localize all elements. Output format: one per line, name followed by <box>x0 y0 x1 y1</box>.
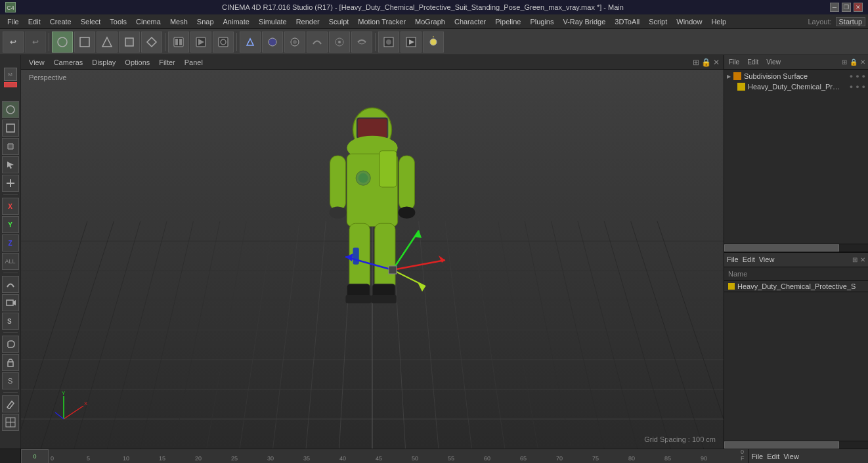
obj-icon-1[interactable]: ⊞ <box>842 58 847 66</box>
mode-points[interactable] <box>74 32 95 53</box>
tool-bend[interactable] <box>2 336 19 353</box>
menu-simulate[interactable]: Simulate <box>254 16 292 27</box>
tool-plane-z[interactable]: Z <box>2 234 19 252</box>
view-smooth[interactable] <box>307 32 328 53</box>
view-nurbs[interactable] <box>329 32 350 53</box>
viewport-icon-close[interactable]: ✕ <box>713 58 720 67</box>
viewport-icon-lock[interactable]: 🔒 <box>701 58 711 67</box>
tool-scale[interactable] <box>2 120 19 137</box>
props-edit-menu[interactable]: Edit <box>767 452 779 460</box>
viewport-menu-view[interactable]: View <box>25 57 49 68</box>
menu-sculpt[interactable]: Sculpt <box>324 16 354 27</box>
tool-all[interactable]: ALL <box>2 253 19 270</box>
mode-polygon[interactable] <box>119 32 140 53</box>
menu-vray[interactable]: V-Ray Bridge <box>558 16 610 27</box>
props-view-menu[interactable]: View <box>783 452 799 460</box>
tool-light-s[interactable]: S <box>2 313 19 330</box>
menu-render[interactable]: Render <box>292 16 324 27</box>
obj-vis-5[interactable]: ● <box>856 83 859 90</box>
record-button[interactable] <box>168 32 189 53</box>
mode-uvw[interactable] <box>141 32 162 53</box>
object-tree-item-hazmat[interactable]: Heavy_Duty_Chemical_Protective_ ● ● ● <box>724 81 868 92</box>
mode-model[interactable] <box>52 32 73 53</box>
menu-edit[interactable]: Edit <box>24 16 45 27</box>
viewport-menu-panel[interactable]: Panel <box>181 57 207 68</box>
obj-vis-3[interactable]: ● <box>862 73 865 79</box>
obj-vis-6[interactable]: ● <box>862 83 865 90</box>
minimize-button[interactable]: ─ <box>830 3 839 12</box>
menu-character[interactable]: Character <box>450 16 490 27</box>
undo-button[interactable]: ↩ <box>3 32 24 53</box>
tool-plane-x[interactable]: X <box>2 198 19 215</box>
obj-vis-1[interactable]: ● <box>850 73 853 79</box>
render-settings[interactable] <box>378 32 399 53</box>
viewport-menu-filter[interactable]: Filter <box>155 57 179 68</box>
obj-icon-3[interactable]: ✕ <box>860 58 865 66</box>
menu-help[interactable]: Help <box>706 16 731 27</box>
attr-icon-1[interactable]: ⊞ <box>852 256 857 263</box>
tool-subdiv[interactable] <box>2 414 19 431</box>
tool-rotate[interactable] <box>2 138 19 155</box>
attr-scrollbar[interactable] <box>724 441 868 449</box>
tool-plane-y[interactable]: Y <box>2 216 19 233</box>
menu-file[interactable]: File <box>3 16 24 27</box>
menu-tools[interactable]: Tools <box>105 16 131 27</box>
menu-snap[interactable]: Snap <box>192 16 219 27</box>
tool-s2[interactable]: S <box>2 372 19 389</box>
anim-button-2[interactable] <box>190 32 211 53</box>
attr-icon-2[interactable]: ✕ <box>860 256 865 263</box>
ruler-mark-65: 65 <box>520 455 556 462</box>
menu-3dtoall[interactable]: 3DToAll <box>610 16 644 27</box>
viewport-menu-options[interactable]: Options <box>121 57 154 68</box>
layout-selector[interactable]: Startup <box>836 17 865 26</box>
menu-mograph[interactable]: MoGraph <box>410 16 450 27</box>
tool-camera[interactable] <box>2 294 19 311</box>
view-subdivide[interactable] <box>284 32 305 53</box>
tool-move[interactable] <box>2 101 19 118</box>
menu-plugins[interactable]: Plugins <box>525 16 558 27</box>
obj-icon-2[interactable]: 🔒 <box>850 58 857 66</box>
restore-button[interactable]: ❐ <box>842 3 851 12</box>
menu-window[interactable]: Window <box>672 16 706 27</box>
viewport-menu-display[interactable]: Display <box>88 57 119 68</box>
tool-select[interactable] <box>2 156 19 173</box>
menu-animate[interactable]: Animate <box>219 16 254 27</box>
objects-view-menu[interactable]: View <box>764 58 783 66</box>
objects-file-menu[interactable]: File <box>727 58 741 66</box>
attr-file-menu[interactable]: File <box>727 255 739 263</box>
viewport-menu-cameras[interactable]: Cameras <box>50 57 87 68</box>
anim-button-3[interactable] <box>213 32 234 53</box>
tool-nurbs[interactable] <box>2 276 19 293</box>
render-view[interactable] <box>401 32 422 53</box>
props-file-menu[interactable]: File <box>752 452 764 460</box>
obj-vis-4[interactable]: ● <box>850 83 853 90</box>
menu-select[interactable]: Select <box>76 16 106 27</box>
tool-add[interactable] <box>2 175 19 192</box>
viewport-icon-maximize[interactable]: ⊞ <box>693 58 699 67</box>
menu-cinema[interactable]: Cinema <box>131 16 165 27</box>
menu-script[interactable]: Script <box>644 16 672 27</box>
view-perspective[interactable] <box>240 32 261 53</box>
viewport-3d[interactable]: Perspective <box>21 70 724 449</box>
menu-pipeline[interactable]: Pipeline <box>490 16 525 27</box>
timeline[interactable]: 0 0 5 10 15 20 25 30 35 40 45 50 5 <box>21 449 749 463</box>
menu-mesh[interactable]: Mesh <box>165 16 192 27</box>
attr-edit-menu[interactable]: Edit <box>743 255 755 263</box>
svg-rect-6 <box>179 39 182 45</box>
view-ball[interactable] <box>262 32 283 53</box>
view-spline[interactable] <box>351 32 372 53</box>
close-button[interactable]: ✕ <box>854 3 863 12</box>
attr-view-menu[interactable]: View <box>759 255 775 263</box>
menu-create[interactable]: Create <box>45 16 76 27</box>
object-tree-item-subdivision[interactable]: ▶ Subdivision Surface ● ● ● <box>724 71 868 81</box>
redo-button[interactable]: ↩ <box>25 32 46 53</box>
mode-edges[interactable] <box>97 32 118 53</box>
objects-edit-menu[interactable]: Edit <box>745 58 760 66</box>
ruler-mark-25: 25 <box>231 455 267 462</box>
object-panel-scrollbar[interactable] <box>724 244 868 252</box>
obj-vis-2[interactable]: ● <box>856 73 859 79</box>
menu-motion-tracker[interactable]: Motion Tracker <box>353 16 410 27</box>
light-button[interactable] <box>423 32 444 53</box>
tool-paint[interactable] <box>2 395 19 412</box>
tool-lock[interactable] <box>2 354 19 371</box>
